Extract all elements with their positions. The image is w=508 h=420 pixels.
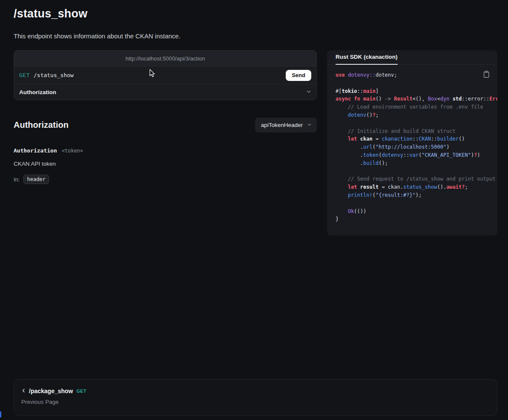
code-line	[336, 119, 497, 127]
prev-page-title: /package_show	[29, 388, 73, 394]
param-in-badge: header	[23, 175, 49, 184]
auth-param-row: Authorization <token>	[14, 147, 83, 154]
authorization-section-header: Authorization apiTokenHeader	[14, 117, 317, 133]
param-token-placeholder: <token>	[62, 148, 83, 154]
code-line: .build();	[336, 159, 497, 167]
page-title: /status_show	[14, 7, 87, 20]
code-line: }	[336, 215, 497, 223]
param-in-row: In: header	[14, 175, 49, 184]
code-line: .url("http://localhost:5000")	[336, 143, 497, 151]
code-tabbar: Rust SDK (ckanaction)	[327, 50, 497, 65]
chevron-left-icon	[21, 387, 26, 395]
code-line: let result = ckan.status_show().await?;	[336, 183, 497, 191]
code-line: // Load environment variables from .env …	[336, 103, 497, 111]
request-row: GET /status_show Send	[14, 66, 316, 84]
auth-scheme-value: apiTokenHeader	[261, 122, 303, 128]
scrollbar-fragment[interactable]	[0, 411, 1, 417]
http-method-badge: GET	[19, 72, 30, 78]
code-line: Ok(())	[336, 207, 497, 216]
code-line: use dotenvy::dotenv;	[336, 71, 497, 79]
page: { "page": { "title": "/status_show", "de…	[0, 0, 508, 420]
tab-rust-sdk[interactable]: Rust SDK (ckanaction)	[336, 50, 398, 65]
code-line	[336, 79, 497, 87]
param-in-label: In:	[14, 176, 20, 183]
param-name: Authorization	[14, 147, 57, 154]
previous-page-card[interactable]: /package_show GET Previous Page	[14, 379, 497, 416]
prev-page-label: Previous Page	[14, 395, 497, 405]
code-line: // Send request to /status_show and prin…	[336, 175, 497, 183]
code-line	[336, 199, 497, 207]
code-line: // Initialize and build CKAN struct	[336, 127, 497, 135]
code-line	[336, 167, 497, 175]
code-line: println!("{result:#?}");	[336, 191, 497, 199]
code-example-panel: Rust SDK (ckanaction) use dotenvy::doten…	[327, 50, 497, 236]
server-url: http://localhost:5000/api/3/action	[126, 55, 205, 62]
auth-row-label: Authorization	[19, 89, 56, 95]
code-line: #[tokio::main]	[336, 87, 497, 95]
chevron-down-icon	[307, 122, 312, 128]
code-line: dotenv()?;	[336, 111, 497, 119]
code-line: .token(dotenvy::var("CKAN_API_TOKEN")?)	[336, 151, 497, 159]
code-line: async fn main() -> Result<(), Box<dyn st…	[336, 95, 497, 103]
request-card: http://localhost:5000/api/3/action GET /…	[14, 50, 317, 100]
prev-page-method: GET	[77, 388, 87, 394]
send-button[interactable]: Send	[286, 70, 311, 81]
auth-scheme-dropdown[interactable]: apiTokenHeader	[255, 118, 317, 132]
authorization-heading: Authorization	[14, 120, 69, 130]
code-block: use dotenvy::dotenv; #[tokio::main]async…	[336, 71, 497, 236]
page-description: This endpoint shows information about th…	[14, 32, 181, 40]
server-url-bar[interactable]: http://localhost:5000/api/3/action	[14, 51, 316, 66]
param-description: CKAN API token	[14, 161, 56, 167]
chevron-down-icon	[306, 88, 311, 96]
auth-collapsible-row[interactable]: Authorization	[14, 84, 316, 100]
code-line: let ckan = ckanaction::CKAN::builder()	[336, 135, 497, 143]
previous-page-row: /package_show GET	[14, 380, 497, 395]
request-path: /status_show	[34, 72, 74, 78]
